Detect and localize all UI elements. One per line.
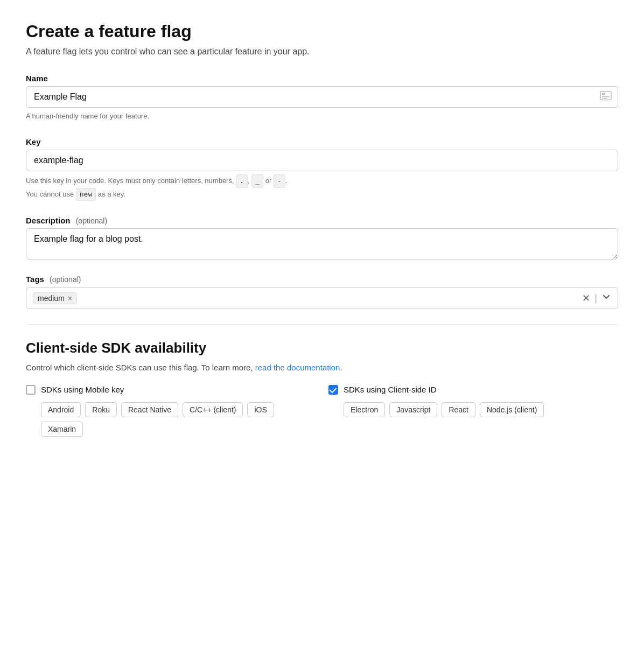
tags-optional-label: (optional)	[50, 275, 81, 284]
name-label: Name	[26, 74, 618, 83]
sdk-tag-electron: Electron	[344, 402, 385, 417]
client-id-sdk-tags: Electron Javascript React Node.js (clien…	[328, 402, 618, 417]
sdk-tag-roku: Roku	[85, 402, 117, 417]
tags-label: Tags (optional)	[26, 275, 618, 284]
description-label: Description (optional)	[26, 216, 618, 225]
tags-dropdown-button[interactable]	[601, 292, 611, 304]
key-hint-underscore: _	[251, 174, 263, 188]
sdk-tag-react: React	[442, 402, 475, 417]
sdk-section: Client-side SDK availability Control whi…	[26, 340, 618, 437]
key-hint: Use this key in your code. Keys must onl…	[26, 174, 618, 201]
section-divider	[26, 324, 618, 325]
page-subtitle: A feature flag lets you control who can …	[26, 47, 618, 57]
mobile-sdk-tags: Android Roku React Native C/C++ (client)…	[26, 402, 316, 437]
name-input-wrapper	[26, 86, 618, 108]
mobile-sdk-header: SDKs using Mobile key	[26, 385, 316, 395]
sdk-doc-link[interactable]: read the documentation	[255, 363, 340, 372]
tag-chip-label: medium	[38, 294, 65, 303]
mobile-sdk-column: SDKs using Mobile key Android Roku React…	[26, 385, 316, 437]
sdk-section-description: Control which client-side SDKs can use t…	[26, 362, 618, 374]
client-id-sdk-header: SDKs using Client-side ID	[328, 385, 618, 395]
sdk-tag-xamarin: Xamarin	[41, 422, 83, 437]
tag-chip-remove[interactable]: ×	[68, 295, 72, 302]
key-hint-dot: .	[236, 174, 248, 188]
client-id-sdk-checkbox[interactable]	[328, 385, 338, 395]
key-hint-dash: -	[274, 174, 285, 188]
name-field-group: Name A human-friendly name for your feat…	[26, 74, 618, 122]
tags-controls: ✕ |	[582, 292, 611, 304]
client-id-sdk-label: SDKs using Client-side ID	[344, 385, 437, 394]
key-hint-new: new	[76, 188, 96, 201]
sdk-tag-react-native: React Native	[121, 402, 178, 417]
sdk-tag-javascript: Javascript	[389, 402, 437, 417]
key-field-group: Key Use this key in your code. Keys must…	[26, 137, 618, 201]
tag-chip-medium: medium ×	[33, 292, 77, 304]
client-id-sdk-column: SDKs using Client-side ID Electron Javas…	[328, 385, 618, 437]
tags-clear-button[interactable]: ✕	[582, 292, 590, 304]
sdk-tag-ios: iOS	[247, 402, 274, 417]
sdk-section-title: Client-side SDK availability	[26, 340, 618, 356]
tags-input[interactable]: medium × ✕ |	[26, 287, 618, 309]
name-hint: A human-friendly name for your feature.	[26, 111, 618, 122]
key-label: Key	[26, 137, 618, 146]
key-input[interactable]	[26, 150, 618, 171]
tags-field-group: Tags (optional) medium × ✕ |	[26, 275, 618, 309]
name-input[interactable]	[26, 86, 618, 108]
description-field-group: Description (optional) Example flag for …	[26, 216, 618, 260]
page-title: Create a feature flag	[26, 22, 618, 41]
description-input[interactable]: Example flag for a blog post.	[26, 228, 618, 260]
sdk-tag-cpp-client: C/C++ (client)	[183, 402, 243, 417]
tags-divider: |	[594, 292, 597, 304]
description-optional-label: (optional)	[76, 216, 107, 225]
sdk-tag-android: Android	[41, 402, 81, 417]
sdk-tag-nodejs-client: Node.js (client)	[480, 402, 544, 417]
mobile-sdk-checkbox[interactable]	[26, 385, 36, 395]
sdk-columns: SDKs using Mobile key Android Roku React…	[26, 385, 618, 437]
mobile-sdk-label: SDKs using Mobile key	[41, 385, 124, 394]
